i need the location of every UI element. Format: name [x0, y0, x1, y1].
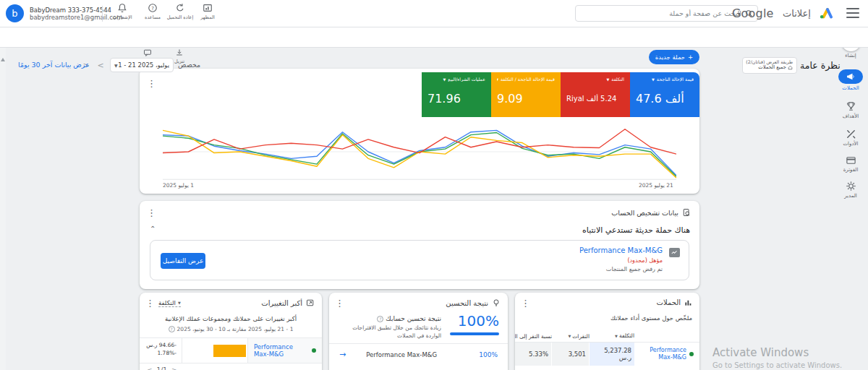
show-last-30-days-link[interactable]: عرض بيانات آخر 30 يومًا [18, 61, 90, 69]
campaigns-subtitle: ملخّص حول مستوى أداء حملاتك [610, 314, 692, 322]
google-ads-overview-screen: b BabyDream 333-375-4544 babydreamstore1… [0, 0, 868, 370]
sidebar-item-admin[interactable]: المدير [833, 181, 868, 199]
changes-campaign-name[interactable]: Performance Max-M&G [254, 343, 309, 358]
column-clicks-label: النقرات [572, 333, 590, 340]
scorecard-0-label: قيمة الإحالة الناجحة [657, 77, 694, 82]
scorecard-2[interactable]: قيمة الإحالة الناجحة / التكلفة▼ 9.09 [491, 72, 561, 117]
main-menu-icon[interactable] [846, 8, 859, 18]
scroll-up-icon[interactable] [1, 58, 5, 61]
changes-menu-icon[interactable]: ⋮ [145, 298, 155, 308]
go-arrow-icon[interactable]: → [339, 350, 346, 359]
scorecard-3-value: 71.96 [427, 92, 485, 106]
appearance-label: المظهر [200, 14, 214, 20]
google-ads-logo-icon [819, 7, 833, 22]
overview-chart-svg [163, 124, 676, 180]
column-ctr-label: نسبة النقر إلى الظ... [515, 333, 552, 340]
refresh-icon [175, 3, 185, 13]
changes-title: أكبر التغييرات [261, 299, 302, 307]
scorecard-3[interactable]: عمليات الشراء/البيع▼ 71.96 [422, 72, 491, 117]
changes-metric-dropdown[interactable]: ▼ التكلفة [158, 299, 181, 307]
date-range-picker[interactable]: ▼ 1 - 21 يوليو، 2025 [110, 58, 174, 72]
chart-card-menu-icon[interactable]: ⋮ [147, 79, 156, 88]
column-cost[interactable]: التكلفة ▼ [590, 332, 634, 340]
collapse-chevron-icon[interactable]: ⌃ [150, 225, 156, 233]
global-search[interactable] [575, 5, 758, 22]
notifications-label: الإشعارات [112, 14, 132, 20]
column-ctr[interactable]: نسبة النقر إلى الظ... ▼ [515, 332, 552, 340]
campaigns-title: الحملات [657, 298, 681, 306]
caret-down-icon: ▼ [497, 77, 498, 82]
caret-down-icon: ▼ [443, 77, 446, 82]
campaigns-selected-pill[interactable] [838, 69, 863, 84]
campaign-row-clicks: 3,501 [552, 343, 590, 366]
status-enabled-dot [689, 352, 694, 356]
notifications-button[interactable]: الإشعارات [107, 3, 137, 20]
issue-campaign-status: مؤهل (محدود) [627, 257, 663, 264]
page-prev-icon[interactable]: < [147, 366, 153, 370]
caret-down-icon: ▼ [606, 77, 609, 82]
status-enabled-dot [312, 348, 316, 353]
column-clicks[interactable]: النقرات ▼ [552, 332, 590, 340]
topbar-divider [102, 6, 103, 22]
caret-down-icon: ▼ [178, 301, 181, 305]
help-circle-icon[interactable]: ? [377, 316, 383, 322]
issue-campaign-name[interactable]: Performance Max-M&G [579, 246, 663, 254]
issue-campaign-detail: تم رفض جميع المنتجات [606, 266, 663, 272]
campaigns-table-header: التكلفة ▼ النقرات ▼ نسبة النقر إلى الظ..… [515, 332, 699, 343]
diagnostics-icon [682, 208, 691, 217]
sidebar-item-tools[interactable]: الأدوات [833, 129, 868, 147]
sidebar-create-label: إنشاء [845, 53, 856, 59]
sidebar-item-billing[interactable]: الفوترة [833, 155, 868, 173]
new-campaign-button[interactable]: + حملة جديدة [649, 50, 699, 64]
date-range-value: 1 - 21 يوليو، 2025 [118, 61, 169, 69]
megaphone-icon [846, 73, 855, 80]
changes-delta-pct: -1.78% [145, 349, 176, 357]
scorecard-2-label: قيمة الإحالة الناجحة / التكلفة [501, 77, 555, 82]
sidebar-item-goals[interactable]: الأهداف [833, 101, 868, 119]
biggest-changes-card: أكبر التغييرات ⋮ ▼ التكلفة أكبر تغييرات … [140, 293, 322, 370]
view-details-button[interactable]: عرض التفاصيل [161, 253, 205, 269]
scorecard-1[interactable]: التكلفة▼ 5.24 ألف Riyal [561, 72, 630, 117]
info-icon[interactable]: ? [169, 326, 175, 332]
scrollbar[interactable] [0, 27, 6, 370]
search-input[interactable] [580, 9, 741, 17]
changes-subtitle: أكبر تغييرات على حملاتك ومجموعات عملك ال… [140, 315, 322, 322]
scorecard-2-value: 9.09 [497, 92, 555, 106]
scorecard-3-label: عمليات الشراء/البيع [448, 77, 485, 82]
campaigns-table: التكلفة ▼ النقرات ▼ نسبة النقر إلى الظ..… [515, 332, 699, 366]
diagnostics-section-title: هناك حملة حديثة تستدعي الانتباه [582, 225, 690, 235]
account-diagnostics-card: بيانات تشخيص الحساب ⋮ هناك حملة حديثة تس… [140, 201, 699, 289]
sidebar-admin-label: المدير [844, 193, 857, 199]
performance-line-chart[interactable] [163, 124, 676, 180]
refresh-label: إعادة التحميل [167, 14, 194, 20]
appearance-button[interactable]: المظهر [192, 3, 223, 20]
help-button[interactable]: ? مساعدة [137, 3, 168, 20]
campaigns-table-row[interactable]: Performance Max-M&G 5,237.28 ر.س 3,501 5… [515, 343, 699, 366]
comments-icon [143, 48, 152, 57]
optimization-row-name[interactable]: Performance Max-M&G [346, 351, 459, 358]
account-switcher[interactable]: b BabyDream 333-375-4544 babydreamstore1… [6, 4, 122, 22]
page-next-icon[interactable]: > [171, 366, 177, 370]
scorecard-1-label: التكلفة [611, 77, 624, 82]
campaign-row-name[interactable]: Performance Max-M&G [636, 347, 686, 361]
optimization-campaign-row[interactable]: 100% Performance Max-M&G → [329, 343, 508, 365]
avatar[interactable]: b [6, 4, 24, 22]
date-next-button[interactable]: > [94, 59, 107, 72]
x-axis-tick-end: 21 يوليو 2025 [639, 182, 673, 189]
overview-chart-card: ⋮ قيمة الإحالة الناجحة▼ 47.6 ألف التكلفة… [140, 69, 699, 194]
scorecard-0[interactable]: قيمة الإحالة الناجحة▼ 47.6 ألف [630, 72, 699, 117]
page-title: نظرة عامة [800, 60, 841, 71]
x-axis-tick-start: 1 يوليو 2025 [163, 182, 194, 189]
optimization-subtitle: زيادة نتائجك من خلال تطبيق الاقتراحات ال… [340, 324, 441, 340]
sidebar-item-campaigns[interactable]: الحملات [833, 69, 868, 91]
refresh-button[interactable]: إعادة التحميل [165, 3, 195, 20]
date-preset-label: مخصص [178, 61, 200, 69]
campaigns-menu-icon[interactable]: ⋮ [521, 298, 530, 308]
download-icon [175, 48, 184, 57]
changes-table-row[interactable]: Performance Max-M&G -94.66 ر.س -1.78% [140, 337, 322, 363]
diagnostics-menu-icon[interactable]: ⋮ [147, 208, 156, 218]
optimization-heading: نتيجة تحسين حسابك [386, 315, 441, 322]
optimization-score-card: نتيجة التحسين ⋮ 100% نتيجة تحسين حسابك ?… [329, 293, 508, 370]
view-scope-selector[interactable]: طريقة العرض (قناتان/2) جميع الحملات [742, 57, 797, 74]
optimization-menu-icon[interactable]: ⋮ [335, 298, 344, 308]
